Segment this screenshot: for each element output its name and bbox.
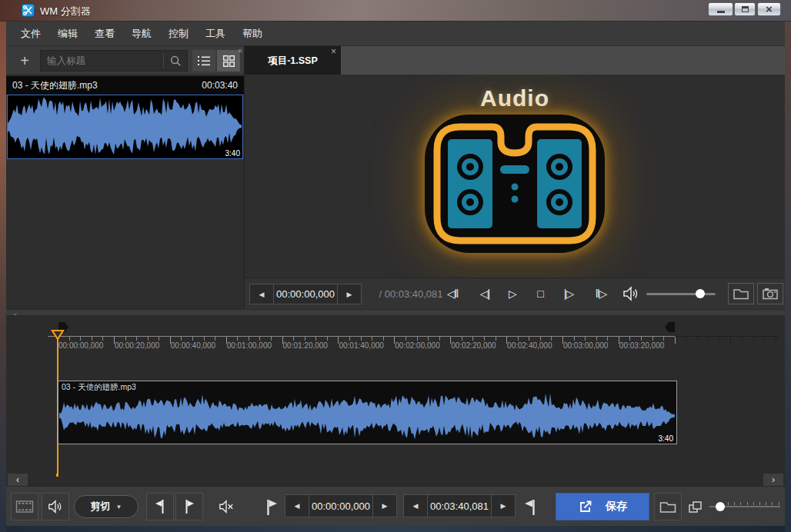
ruler-label: 00:03:20,000 xyxy=(619,341,664,350)
speaker-muted-icon xyxy=(217,499,235,514)
camera-icon xyxy=(762,287,779,301)
search-input[interactable] xyxy=(41,55,163,66)
skip-to-end-button[interactable]: ‖▷ xyxy=(589,283,612,304)
list-view-button[interactable] xyxy=(192,50,215,71)
menu-item-3[interactable]: 导航 xyxy=(123,22,160,45)
maximize-button[interactable] xyxy=(734,2,756,16)
preview-area: Audio xyxy=(245,75,785,278)
search-box xyxy=(40,50,188,71)
title-bar[interactable]: WM 分割器 × xyxy=(0,0,791,22)
zoom-tick xyxy=(734,502,735,505)
zoom-tick xyxy=(766,502,766,505)
position-increment-button[interactable]: ▶ xyxy=(338,284,361,304)
mute-fragment-button[interactable] xyxy=(212,493,240,520)
timeline-panel: 00:00:00,00000:00:20,00000:00:40,00000:0… xyxy=(6,316,785,486)
timeline-zoom-slider[interactable] xyxy=(709,506,780,507)
search-button[interactable] xyxy=(164,51,187,71)
minimize-icon xyxy=(717,11,725,13)
ruler-label: 00:03:00,000 xyxy=(563,341,608,350)
clip-waveform xyxy=(59,391,676,441)
zoom-tick xyxy=(779,502,779,505)
output-folder-button[interactable] xyxy=(654,493,682,520)
close-icon: × xyxy=(766,4,773,15)
set-end-marker-button[interactable] xyxy=(175,493,203,520)
stereo-speakers-icon xyxy=(425,115,605,253)
play-button[interactable]: ▷ xyxy=(501,283,524,304)
pane-splitter[interactable]: ⌄ xyxy=(6,309,785,316)
step-forward-button[interactable]: |▷ xyxy=(557,283,580,304)
collapse-panel-button[interactable]: « xyxy=(238,46,242,55)
tab-title: 项目-1.SSP xyxy=(245,55,341,68)
audio-caption: Audio xyxy=(245,85,785,111)
open-folder-button[interactable] xyxy=(728,283,754,304)
zoom-tick xyxy=(753,502,754,505)
stop-button[interactable]: □ xyxy=(529,283,552,304)
speaker-icon xyxy=(622,285,640,302)
zoom-tick xyxy=(728,502,729,505)
thumbnail-duration: 3:40 xyxy=(225,149,240,158)
end-increment-button[interactable]: ▶ xyxy=(492,495,515,517)
zoom-slider-thumb[interactable] xyxy=(716,502,725,511)
menu-item-1[interactable]: 编辑 xyxy=(49,22,86,45)
fragment-end-flag-icon xyxy=(523,499,536,516)
export-icon xyxy=(578,499,593,514)
menu-item-4[interactable]: 控制 xyxy=(160,22,197,45)
save-label: 保存 xyxy=(606,500,627,514)
playhead-scroll-tick xyxy=(56,474,58,477)
menu-item-5[interactable]: 工具 xyxy=(197,22,234,45)
timeline-scroll-right-button[interactable]: › xyxy=(763,474,783,486)
media-item-thumbnail[interactable]: 3:40 xyxy=(7,95,243,159)
tab-project-1[interactable]: 项目-1.SSP × xyxy=(245,46,341,75)
timeline-clip[interactable]: 03 - 天使的翅膀.mp3 3:40 xyxy=(58,381,677,444)
chevron-down-icon: ▼ xyxy=(116,504,122,510)
flag-right-icon xyxy=(182,498,197,515)
end-decrement-button[interactable]: ◀ xyxy=(404,495,427,517)
menu-item-6[interactable]: 帮助 xyxy=(234,22,271,45)
transport-bar: ◀ 00:00:00,000 ▶ / 00:03:40,081 ◁‖ ◁| ▷ … xyxy=(245,278,785,309)
menu-item-2[interactable]: 查看 xyxy=(86,22,123,45)
volume-slider-thumb[interactable] xyxy=(696,289,705,298)
fragment-end-time[interactable]: 00:03:40,081 xyxy=(428,495,491,517)
tab-close-icon[interactable]: × xyxy=(331,46,336,57)
folder-icon xyxy=(659,500,677,514)
add-media-button[interactable]: + xyxy=(14,50,35,71)
bottom-toolbar: 剪切 ▼ ◀ xyxy=(6,486,785,526)
mode-dropdown[interactable]: 剪切 ▼ xyxy=(74,495,139,518)
step-back-button[interactable]: ◁| xyxy=(473,283,496,304)
fragment-start-time[interactable]: 00:00:00,000 xyxy=(309,495,372,517)
window-border-right xyxy=(785,22,791,532)
splitter-grip-icon: ⌄ xyxy=(12,310,18,316)
position-decrement-button[interactable]: ◀ xyxy=(250,284,273,304)
grid-view-button[interactable] xyxy=(217,50,240,71)
library-toolbar: + xyxy=(6,46,244,75)
zoom-tick xyxy=(747,502,748,505)
position-time[interactable]: 00:00:00,000 xyxy=(274,284,337,304)
position-stepper: ◀ 00:00:00,000 ▶ xyxy=(249,284,362,304)
timeline-scroll-left-button[interactable]: ‹ xyxy=(8,474,28,486)
clip-end-time: 3:40 xyxy=(659,434,673,443)
plus-icon: + xyxy=(20,52,29,70)
zoom-scale-icon xyxy=(688,500,706,515)
minimize-button[interactable] xyxy=(708,2,733,16)
end-marker-flag-icon[interactable] xyxy=(665,322,675,332)
media-list-item[interactable]: 03 - 天使的翅膀.mp3 00:03:40 xyxy=(6,76,244,95)
window-border-bottom xyxy=(6,526,785,532)
audio-track-button[interactable] xyxy=(42,493,69,520)
start-increment-button[interactable]: ▶ xyxy=(373,495,396,517)
list-view-icon xyxy=(197,55,211,67)
volume-button[interactable] xyxy=(622,285,640,305)
snapshot-button[interactable] xyxy=(757,283,783,304)
ruler-label: 00:02:00,000 xyxy=(395,341,439,350)
thumbnail-waveform xyxy=(8,95,242,157)
volume-slider[interactable] xyxy=(646,293,716,295)
video-track-button[interactable] xyxy=(11,493,38,520)
start-decrement-button[interactable]: ◀ xyxy=(285,495,309,517)
search-icon xyxy=(169,54,182,68)
window-title: WM 分割器 xyxy=(40,5,91,18)
save-button[interactable]: 保存 xyxy=(556,493,649,520)
skip-to-begin-button[interactable]: ◁‖ xyxy=(441,283,464,304)
menu-item-0[interactable]: 文件 xyxy=(12,22,49,45)
close-button[interactable]: × xyxy=(757,2,781,16)
grid-view-icon xyxy=(222,55,235,68)
set-begin-marker-button[interactable] xyxy=(146,493,174,520)
